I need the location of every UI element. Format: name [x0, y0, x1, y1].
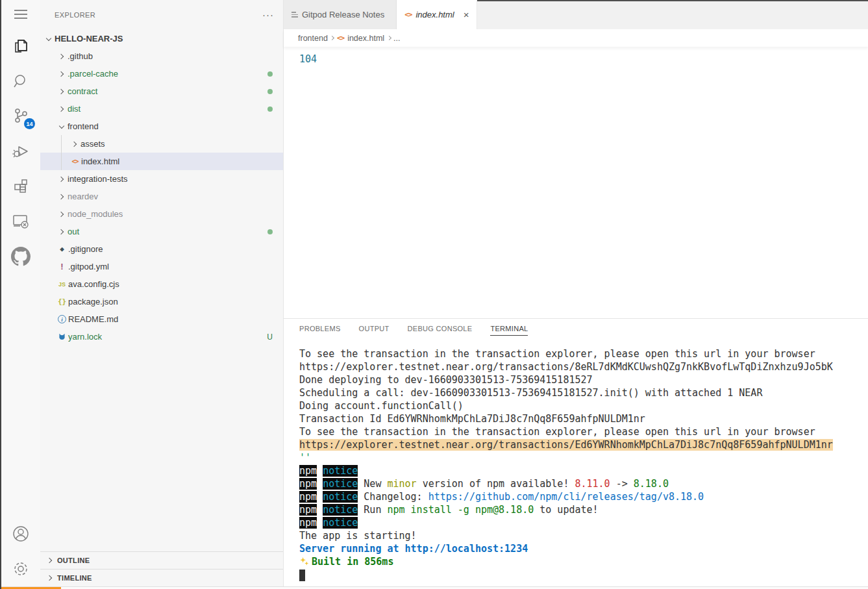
tree-item-label: assets: [81, 139, 105, 149]
chevron-right-icon[interactable]: [56, 227, 68, 237]
breadcrumb-item-frontend[interactable]: frontend: [298, 34, 328, 43]
panel-tab-debug-console[interactable]: DEBUG CONSOLE: [408, 325, 473, 335]
terminal-link[interactable]: https://explorer.testnet.near.org/transa…: [299, 439, 833, 451]
terminal-line: Built in 856ms: [299, 556, 868, 569]
chevron-right-icon[interactable]: [56, 192, 68, 202]
tree-item-yarn-lock[interactable]: yarn.lockU: [40, 328, 283, 345]
tree-item--gitpod-yml[interactable]: !.gitpod.yml: [40, 258, 283, 275]
close-icon[interactable]: ×: [464, 9, 469, 20]
panel-tab-bar: PROBLEMSOUTPUTDEBUG CONSOLETERMINAL: [284, 319, 868, 342]
tree-item-label: .gitignore: [68, 244, 103, 254]
account-icon[interactable]: [1, 516, 40, 551]
js-file-icon: JS: [56, 279, 68, 290]
tree-item-label: .gitpod.yml: [68, 262, 109, 271]
yarn-file-icon: [56, 332, 68, 342]
panel-tab-terminal[interactable]: TERMINAL: [490, 325, 528, 336]
tree-item-contract[interactable]: contract: [40, 82, 283, 100]
tab-bar-empty-space: [477, 0, 868, 29]
terminal-text: [317, 465, 323, 477]
remote-explorer-icon[interactable]: [1, 204, 40, 239]
breadcrumb-item-index-html[interactable]: <>index.html: [337, 34, 384, 43]
breadcrumb: frontend<>index.html...: [284, 29, 868, 47]
npm-npm-badge: npm: [299, 491, 317, 503]
modified-dot-badge: [267, 89, 273, 94]
tree-item-readme-md[interactable]: iREADME.md: [40, 310, 283, 328]
tree-item-label: README.md: [68, 314, 118, 324]
more-actions-icon[interactable]: ···: [262, 12, 274, 18]
breadcrumb-label: ...: [393, 34, 400, 43]
tree-item-integration-tests[interactable]: integration-tests: [40, 170, 283, 188]
terminal-line: Done deploying to dev-1660903301513-7536…: [299, 374, 868, 387]
terminal-text: Run: [358, 504, 387, 516]
panel-tab-output[interactable]: OUTPUT: [359, 325, 390, 335]
editor-group: Gitpod Release Notes<>index.html× fronte…: [284, 0, 868, 586]
tree-item-package-json[interactable]: {}package.json: [40, 293, 283, 310]
tree-item-label: dist: [68, 104, 81, 114]
outline-section[interactable]: OUTLINE: [40, 551, 283, 569]
html-icon: <>: [404, 10, 412, 19]
tree-item-index-html[interactable]: <>index.html: [40, 153, 283, 170]
tree-item-out[interactable]: out: [40, 223, 283, 240]
tree-item-label: ava.config.cjs: [68, 279, 119, 289]
chevron-right-icon[interactable]: [56, 104, 68, 114]
terminal-line: npm notice New minor version of npm avai…: [299, 478, 868, 491]
timeline-section[interactable]: TIMELINE: [40, 569, 283, 586]
tree-item--gitignore[interactable]: ◆.gitignore: [40, 240, 283, 258]
npm-notice-badge: notice: [323, 504, 358, 516]
chevron-right-icon: [328, 36, 337, 40]
chevron-down-icon[interactable]: [43, 34, 55, 44]
tree-item-node-modules[interactable]: node_modules: [40, 205, 283, 223]
status-bar: [1, 586, 868, 589]
terminal-text: The app is starting!: [299, 530, 417, 542]
tree-item-frontend[interactable]: frontend: [40, 118, 283, 135]
modified-dot-badge: [267, 71, 273, 77]
panel-tab-problems[interactable]: PROBLEMS: [299, 325, 341, 335]
explorer-icon[interactable]: [1, 29, 40, 64]
editor-pane[interactable]: 104: [284, 47, 868, 318]
terminal-output[interactable]: To see the transaction in the transactio…: [284, 342, 868, 586]
chevron-right-icon[interactable]: [56, 209, 68, 219]
source-control-icon[interactable]: 14: [1, 99, 40, 134]
terminal-line: npm notice Changelog: https://github.com…: [299, 491, 868, 504]
editor-tab-bar: Gitpod Release Notes<>index.html×: [284, 0, 868, 29]
chevron-right-icon[interactable]: [69, 139, 81, 149]
terminal-text: [317, 517, 323, 529]
tree-item-neardev[interactable]: neardev: [40, 188, 283, 205]
run-debug-icon[interactable]: [1, 134, 40, 169]
tree-item--github[interactable]: .github: [40, 47, 283, 65]
tree-item-label: frontend: [68, 121, 99, 131]
tree-item-ava-config-cjs[interactable]: JSava.config.cjs: [40, 275, 283, 293]
tree-item--parcel-cache[interactable]: .parcel-cache: [40, 65, 283, 82]
sparkle-icon: [299, 556, 312, 568]
tree-item-assets[interactable]: assets: [40, 135, 283, 153]
github-icon[interactable]: [1, 239, 40, 274]
menu-icon[interactable]: [1, 0, 40, 29]
tree-item-hello-near-js[interactable]: HELLO-NEAR-JS: [40, 30, 283, 47]
tab-index-html[interactable]: <>index.html×: [397, 0, 477, 29]
terminal-link[interactable]: https://explorer.testnet.near.org/transa…: [299, 361, 833, 373]
settings-icon[interactable]: [1, 551, 40, 586]
breadcrumb-item--[interactable]: ...: [393, 34, 400, 43]
npm-npm-badge: npm: [299, 478, 317, 490]
tab-gitpod-release-notes[interactable]: Gitpod Release Notes: [284, 0, 397, 29]
tab-label: index.html: [415, 10, 454, 19]
terminal-text: [317, 478, 323, 490]
file-tree: HELLO-NEAR-JS.github.parcel-cachecontrac…: [40, 30, 283, 551]
tree-item-label: neardev: [68, 192, 98, 201]
modified-dot-badge: [267, 229, 273, 234]
search-icon[interactable]: [1, 64, 40, 99]
terminal-text: To see the transaction in the transactio…: [299, 348, 815, 360]
npm-npm-badge: npm: [299, 517, 317, 529]
notes-icon: [291, 12, 298, 17]
extensions-icon[interactable]: [1, 169, 40, 204]
tree-item-dist[interactable]: dist: [40, 100, 283, 118]
sidebar-bottom-sections: OUTLINE TIMELINE: [40, 551, 283, 586]
terminal-link[interactable]: https://github.com/npm/cli/releases/tag/…: [428, 491, 704, 503]
chevron-down-icon[interactable]: [56, 121, 68, 132]
chevron-right-icon[interactable]: [56, 86, 68, 97]
npm-npm-badge: npm: [299, 465, 317, 477]
chevron-right-icon[interactable]: [56, 69, 68, 79]
chevron-right-icon[interactable]: [56, 51, 68, 62]
chevron-right-icon: [384, 36, 393, 40]
chevron-right-icon[interactable]: [56, 174, 68, 184]
